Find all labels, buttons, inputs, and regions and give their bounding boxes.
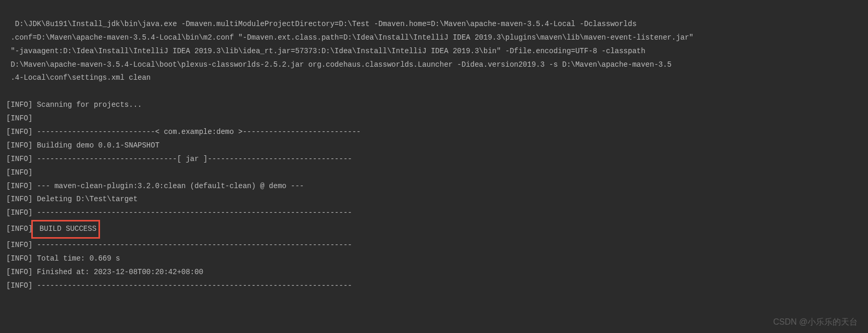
- log-prefix: [INFO]: [6, 101, 32, 109]
- log-prefix: [INFO]: [6, 114, 32, 122]
- log-line: [INFO] --------------------------------[…: [6, 153, 862, 166]
- log-prefix: [INFO]: [6, 268, 32, 276]
- watermark-text: CSDN @小乐乐的天台: [773, 317, 858, 328]
- java-command: D:\JDK\8u191\Install_jdk\bin\java.exe -D…: [6, 20, 693, 82]
- log-text: Scanning for projects...: [32, 101, 142, 109]
- log-prefix: [INFO]: [6, 281, 32, 290]
- log-text: Total time: 0.669 s: [32, 254, 120, 263]
- log-lines-container: [INFO] Scanning for projects...[INFO][IN…: [6, 98, 862, 292]
- log-text: ---------------------------< com.example…: [32, 128, 361, 136]
- log-line: [INFO] ---------------------------------…: [6, 239, 862, 252]
- log-line: [INFO] --- maven-clean-plugin:3.2.0:clea…: [6, 180, 862, 193]
- log-prefix: [INFO]: [6, 141, 32, 150]
- log-prefix: [INFO]: [6, 168, 32, 177]
- log-prefix: [INFO]: [6, 208, 32, 217]
- log-line: [INFO]: [6, 166, 862, 180]
- log-line: [INFO] ---------------------------< com.…: [6, 126, 862, 139]
- log-text: [32, 168, 36, 177]
- log-line: [INFO] Deleting D:\Test\target: [6, 193, 862, 206]
- log-text: ----------------------------------------…: [32, 241, 352, 249]
- log-text: --------------------------------[ jar ]-…: [32, 155, 352, 163]
- log-line: [INFO] Scanning for projects...: [6, 98, 862, 112]
- log-text: Building demo 0.0.1-SNAPSHOT: [32, 141, 159, 150]
- build-success-highlight: BUILD SUCCESS: [31, 220, 100, 239]
- log-line: [INFO] ---------------------------------…: [6, 279, 862, 293]
- log-line: [INFO] Building demo 0.0.1-SNAPSHOT: [6, 139, 862, 153]
- log-prefix: [INFO]: [6, 254, 32, 263]
- log-line: [INFO] BUILD SUCCESS: [6, 220, 862, 239]
- log-line: [INFO] ---------------------------------…: [6, 206, 862, 220]
- log-text: Deleting D:\Test\target: [32, 195, 138, 203]
- log-line: [INFO] Total time: 0.669 s: [6, 252, 862, 266]
- log-prefix: [INFO]: [6, 155, 32, 163]
- log-text: Finished at: 2023-12-08T00:20:42+08:00: [32, 268, 203, 276]
- log-prefix: [INFO]: [6, 195, 32, 203]
- log-line: [INFO] Finished at: 2023-12-08T00:20:42+…: [6, 266, 862, 279]
- log-line: [INFO]: [6, 112, 862, 126]
- log-text: ----------------------------------------…: [32, 281, 352, 290]
- log-prefix: [INFO]: [6, 128, 32, 136]
- log-prefix: [INFO]: [6, 182, 32, 190]
- log-prefix: [INFO]: [6, 225, 32, 233]
- log-text: ----------------------------------------…: [32, 208, 352, 217]
- log-prefix: [INFO]: [6, 241, 32, 249]
- console-output[interactable]: D:\JDK\8u191\Install_jdk\bin\java.exe -D…: [0, 0, 868, 311]
- log-text: --- maven-clean-plugin:3.2.0:clean (defa…: [32, 182, 304, 190]
